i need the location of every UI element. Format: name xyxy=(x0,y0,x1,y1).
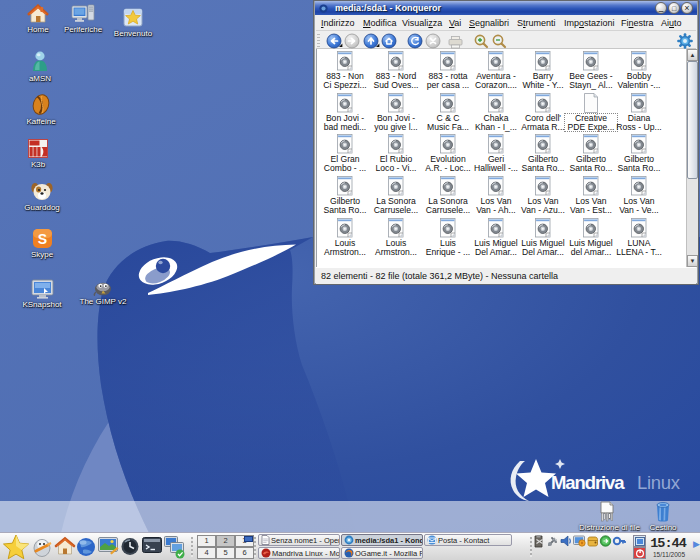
svg-text:Mandriva: Mandriva xyxy=(551,472,625,493)
svg-text:Linux: Linux xyxy=(637,472,681,493)
svg-text:S: S xyxy=(37,231,46,247)
